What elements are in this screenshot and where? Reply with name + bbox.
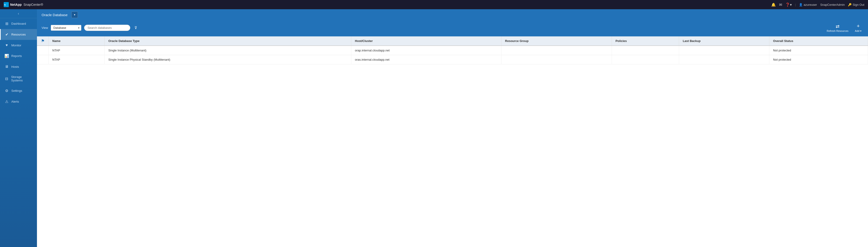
add-icon: + xyxy=(857,23,860,29)
user-icon: 👤 xyxy=(799,3,803,6)
username-label: azureuser xyxy=(804,3,817,6)
row-name-cell: NTAP xyxy=(49,55,105,64)
sidebar-item-hosts[interactable]: 🖥 Hosts xyxy=(0,61,37,72)
col-status: Overall Status xyxy=(769,36,868,46)
sidebar-collapse-button[interactable]: ‹ xyxy=(0,9,37,18)
sidebar-item-storage[interactable]: ⊟ Storage Systems xyxy=(0,72,37,85)
user-menu[interactable]: 👤 azureuser xyxy=(799,3,817,6)
sign-out-button[interactable]: 🔑 Sign Out xyxy=(848,3,864,6)
row-resource-group-cell xyxy=(501,46,612,55)
table-header: ⚑ Name Oracle Database Type Host/Cluster… xyxy=(37,36,868,46)
resources-table-container: ⚑ Name Oracle Database Type Host/Cluster… xyxy=(37,36,868,247)
row-status-cell: Not protected xyxy=(769,46,868,55)
storage-icon: ⊟ xyxy=(4,77,9,81)
refresh-label: Refresh Resources xyxy=(827,30,848,32)
col-last-backup: Last Backup xyxy=(679,36,769,46)
sidebar-item-resources[interactable]: ✔ Resources xyxy=(0,29,37,40)
signout-label: Sign Out xyxy=(852,3,864,6)
toolbar-row2: View Database Resource Group ⊽ ⇄ Refresh… xyxy=(37,20,868,36)
netapp-brand: N NetApp xyxy=(4,2,22,7)
add-button[interactable]: + Add ▾ xyxy=(853,22,863,33)
sidebar-item-label: Monitor xyxy=(11,44,21,47)
row-policies-cell xyxy=(612,55,679,64)
view-select-wrapper: Database Resource Group xyxy=(51,25,81,31)
sidebar-item-dashboard[interactable]: ⊞ Dashboard xyxy=(0,18,37,29)
nav-actions: 🔔 ✉ ❓▾ | 👤 azureuser SnapCenterAdmin 🔑 S… xyxy=(771,3,864,7)
table-row[interactable]: NTAP Single Instance Physical Standby (M… xyxy=(37,55,868,64)
sidebar-item-label: Storage Systems xyxy=(11,75,33,82)
sidebar-item-alerts[interactable]: ⚠ Alerts xyxy=(0,96,37,107)
col-resource-group: Resource Group xyxy=(501,36,612,46)
hosts-icon: 🖥 xyxy=(4,65,9,69)
col-flag: ⚑ xyxy=(37,36,49,46)
app-title: SnapCenter® xyxy=(24,3,43,6)
toolbar-row1: Oracle Database ▾ xyxy=(37,9,868,20)
sidebar-item-label: Reports xyxy=(11,54,22,58)
dropdown-icon: ▾ xyxy=(74,13,75,16)
netapp-logo-icon: N xyxy=(4,2,9,7)
table-body: NTAP Single Instance (Multitenant) orap.… xyxy=(37,46,868,64)
reports-icon: 📊 xyxy=(4,54,9,58)
sidebar-item-label: Alerts xyxy=(11,100,19,103)
title-dropdown-button[interactable]: ▾ xyxy=(71,11,78,18)
row-host-cell: orap.internal.cloudapp.net xyxy=(351,46,501,55)
row-flag-cell xyxy=(37,55,49,64)
top-navigation: N NetApp SnapCenter® 🔔 ✉ ❓▾ | 👤 azureuse… xyxy=(0,0,868,9)
row-name-cell: NTAP xyxy=(49,46,105,55)
main-layout: ‹ ⊞ Dashboard ✔ Resources ♥ Monitor 📊 Re… xyxy=(0,9,868,247)
settings-icon: ⚙ xyxy=(4,89,9,93)
col-name: Name xyxy=(49,36,105,46)
page-title: Oracle Database xyxy=(41,13,68,17)
refresh-icon: ⇄ xyxy=(836,24,840,29)
svg-text:N: N xyxy=(4,4,6,6)
content-area: Oracle Database ▾ View Database Resource… xyxy=(37,9,868,247)
resources-table: ⚑ Name Oracle Database Type Host/Cluster… xyxy=(37,36,868,64)
help-icon[interactable]: ❓▾ xyxy=(785,3,792,7)
filter-icon: ⊽ xyxy=(134,26,137,30)
app-logo: N NetApp SnapCenter® xyxy=(4,2,43,7)
sidebar-item-monitor[interactable]: ♥ Monitor xyxy=(0,40,37,50)
col-host: Host/Cluster xyxy=(351,36,501,46)
monitor-icon: ♥ xyxy=(4,43,9,47)
sidebar: ‹ ⊞ Dashboard ✔ Resources ♥ Monitor 📊 Re… xyxy=(0,9,37,247)
sidebar-item-label: Dashboard xyxy=(11,22,26,25)
row-policies-cell xyxy=(612,46,679,55)
col-type: Oracle Database Type xyxy=(105,36,351,46)
sidebar-item-label: Hosts xyxy=(11,65,19,69)
row-type-cell: Single Instance Physical Standby (Multit… xyxy=(105,55,351,64)
add-label: Add ▾ xyxy=(855,30,862,33)
view-select[interactable]: Database Resource Group xyxy=(51,25,81,31)
flag-header-icon: ⚑ xyxy=(41,39,44,43)
sidebar-item-settings[interactable]: ⚙ Settings xyxy=(0,85,37,96)
collapse-icon: ‹ xyxy=(18,11,19,16)
view-label: View xyxy=(41,26,48,30)
sidebar-item-reports[interactable]: 📊 Reports xyxy=(0,50,37,61)
admin-name-label: SnapCenterAdmin xyxy=(820,3,845,6)
signout-icon: 🔑 xyxy=(848,3,851,6)
dashboard-icon: ⊞ xyxy=(4,22,9,26)
row-resource-group-cell xyxy=(501,55,612,64)
row-host-cell: oras.internal.cloudapp.net xyxy=(351,55,501,64)
table-row[interactable]: NTAP Single Instance (Multitenant) orap.… xyxy=(37,46,868,55)
nav-divider: | xyxy=(795,3,796,6)
refresh-resources-button[interactable]: ⇄ Refresh Resources xyxy=(825,23,850,33)
row-type-cell: Single Instance (Multitenant) xyxy=(105,46,351,55)
row-last-backup-cell xyxy=(679,55,769,64)
mail-icon[interactable]: ✉ xyxy=(779,3,782,7)
row-flag-cell xyxy=(37,46,49,55)
resources-icon: ✔ xyxy=(4,32,9,37)
row-last-backup-cell xyxy=(679,46,769,55)
sidebar-item-label: Resources xyxy=(11,33,26,36)
alerts-icon: ⚠ xyxy=(4,99,9,104)
notification-icon[interactable]: 🔔 xyxy=(771,3,776,7)
search-input[interactable] xyxy=(84,25,130,31)
sidebar-item-label: Settings xyxy=(11,89,22,93)
netapp-text: NetApp xyxy=(10,3,22,6)
col-policies: Policies xyxy=(612,36,679,46)
row-status-cell: Not protected xyxy=(769,55,868,64)
filter-button[interactable]: ⊽ xyxy=(133,25,138,31)
